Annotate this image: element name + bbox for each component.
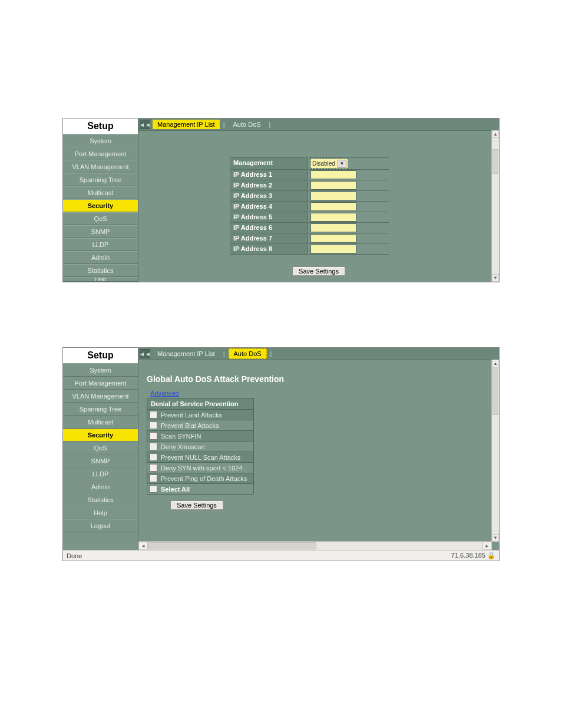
tab-separator: |	[222, 121, 226, 128]
screenshot-management-ip-list: Setup System Port Management VLAN Manage…	[62, 118, 500, 282]
nav-spanning-tree[interactable]: Spanning Tree	[63, 173, 138, 186]
label-ip4: IP Address 4	[230, 202, 308, 212]
nav-port-management[interactable]: Port Management	[63, 147, 138, 160]
nav-lldp[interactable]: LLDP	[63, 467, 138, 480]
hscroll-thumb[interactable]	[148, 542, 316, 549]
label-management: Management	[230, 158, 308, 169]
status-done-label: Done	[67, 552, 82, 559]
save-settings-button[interactable]: Save Settings	[292, 266, 345, 276]
content-area: ◄◄ Management IP List | Auto DoS | Globa…	[138, 348, 499, 550]
label-ping-of-death: Prevent Ping of Death Attacks	[161, 475, 247, 482]
tab-management-ip-list[interactable]: Management IP List	[153, 120, 220, 129]
management-ip-form: Management Disabled ▼ IP Address 1 IP Ad…	[230, 157, 389, 255]
horizontal-scrollbar[interactable]: ◄ ►	[138, 541, 492, 550]
input-ip5[interactable]	[310, 213, 356, 222]
nav-security[interactable]: Security	[63, 429, 138, 442]
scroll-thumb[interactable]	[492, 367, 498, 415]
tab-separator: |	[269, 350, 273, 357]
checkbox-scan-synfin[interactable]	[150, 432, 157, 440]
nav-port-management[interactable]: Port Management	[63, 377, 138, 390]
label-deny-syn-sport: Deny SYN with sport < 1024	[161, 465, 243, 472]
nav-qos[interactable]: QoS	[63, 212, 138, 225]
input-ip6[interactable]	[310, 223, 356, 232]
nav-help-cut[interactable]: Help	[63, 277, 138, 282]
nav-statistics[interactable]: Statistics	[63, 493, 138, 506]
screenshot-auto-dos: Setup System Port Management VLAN Manage…	[62, 347, 500, 561]
status-bar: Done 71.6.38.185 🔒	[63, 550, 499, 561]
label-scan-synfin: Scan SYNFIN	[161, 433, 201, 440]
nav-security[interactable]: Security	[63, 199, 138, 212]
tab-scroll-left-icon[interactable]: ◄◄	[140, 349, 150, 358]
nav-multicast[interactable]: Multicast	[63, 416, 138, 429]
checkbox-prevent-blat[interactable]	[150, 421, 157, 429]
nav-snmp[interactable]: SNMP	[63, 454, 138, 467]
hscroll-right-icon[interactable]: ►	[482, 542, 492, 550]
nav-system[interactable]: System	[63, 134, 138, 147]
nav-system[interactable]: System	[63, 364, 138, 377]
input-ip3[interactable]	[310, 192, 356, 200]
input-ip8[interactable]	[310, 245, 356, 253]
label-ip2: IP Address 2	[230, 180, 308, 190]
save-settings-button[interactable]: Save Settings	[170, 500, 223, 510]
nav-admin[interactable]: Admin	[63, 251, 138, 264]
status-ip-label: 71.6.38.185	[451, 552, 485, 559]
checkbox-prevent-land[interactable]	[150, 411, 157, 419]
checkbox-deny-xmascan[interactable]	[150, 443, 157, 450]
management-select-value: Disabled	[312, 160, 335, 167]
tab-separator: |	[222, 350, 226, 357]
checkbox-deny-syn-sport[interactable]	[150, 464, 157, 472]
tab-management-ip-list[interactable]: Management IP List	[153, 349, 220, 358]
label-ip3: IP Address 3	[230, 191, 308, 201]
management-select[interactable]: Disabled ▼	[310, 159, 348, 169]
scroll-down-icon[interactable]: ▼	[492, 274, 499, 282]
content-area: ◄◄ Management IP List | Auto DoS | Manag…	[138, 118, 499, 282]
scroll-down-icon[interactable]: ▼	[492, 534, 499, 542]
sidebar: Setup System Port Management VLAN Manage…	[63, 348, 138, 550]
input-ip7[interactable]	[310, 234, 356, 243]
lock-icon: 🔒	[487, 552, 495, 559]
nav-help[interactable]: Help	[63, 506, 138, 519]
setup-heading: Setup	[63, 118, 138, 134]
tab-bar: ◄◄ Management IP List | Auto DoS |	[138, 348, 499, 360]
label-null-scan: Prevent NULL Scan Attacks	[161, 454, 240, 461]
dos-prevention-table: Denial of Service Prevention Prevent Lan…	[147, 398, 254, 495]
label-select-all: Select All	[161, 486, 190, 493]
label-prevent-land: Prevent Land Attacks	[161, 411, 222, 419]
advanced-link[interactable]: Advanced	[150, 390, 179, 397]
nav-spanning-tree[interactable]: Spanning Tree	[63, 403, 138, 416]
checkbox-select-all[interactable]	[150, 485, 157, 493]
input-ip2[interactable]	[310, 181, 356, 190]
hscroll-left-icon[interactable]: ◄	[138, 542, 148, 550]
nav-multicast[interactable]: Multicast	[63, 186, 138, 199]
checkbox-null-scan[interactable]	[150, 453, 157, 461]
tab-separator: |	[268, 121, 272, 128]
nav-statistics[interactable]: Statistics	[63, 264, 138, 277]
nav-admin[interactable]: Admin	[63, 480, 138, 493]
nav-vlan-management[interactable]: VLAN Management	[63, 390, 138, 403]
tab-auto-dos[interactable]: Auto DoS	[229, 120, 266, 129]
scroll-thumb[interactable]	[492, 149, 498, 174]
sidebar: Setup System Port Management VLAN Manage…	[63, 118, 138, 282]
tab-scroll-left-icon[interactable]: ◄◄	[140, 120, 150, 129]
label-ip1: IP Address 1	[230, 170, 308, 180]
tab-auto-dos[interactable]: Auto DoS	[229, 348, 267, 359]
setup-heading: Setup	[63, 348, 138, 364]
nav-qos[interactable]: QoS	[63, 442, 138, 454]
dos-table-header: Denial of Service Prevention	[147, 398, 253, 410]
nav-vlan-management[interactable]: VLAN Management	[63, 160, 138, 173]
vertical-scrollbar[interactable]: ▲ ▼	[491, 130, 499, 282]
label-deny-xmascan: Deny Xmascan	[161, 443, 205, 450]
checkbox-ping-of-death[interactable]	[150, 475, 157, 482]
dropdown-arrow-icon[interactable]: ▼	[338, 160, 346, 168]
nav-logout[interactable]: Logout	[63, 519, 138, 532]
label-ip6: IP Address 6	[230, 223, 308, 233]
page-title: Global Auto DoS Attack Prevention	[147, 374, 491, 384]
vertical-scrollbar[interactable]: ▲ ▼	[491, 360, 499, 542]
nav-lldp[interactable]: LLDP	[63, 238, 138, 251]
label-ip5: IP Address 5	[230, 212, 308, 222]
tab-bar: ◄◄ Management IP List | Auto DoS |	[138, 118, 499, 131]
input-ip4[interactable]	[310, 202, 356, 211]
nav-snmp[interactable]: SNMP	[63, 225, 138, 238]
input-ip1[interactable]	[310, 170, 356, 179]
sidebar-spacer	[63, 532, 138, 550]
